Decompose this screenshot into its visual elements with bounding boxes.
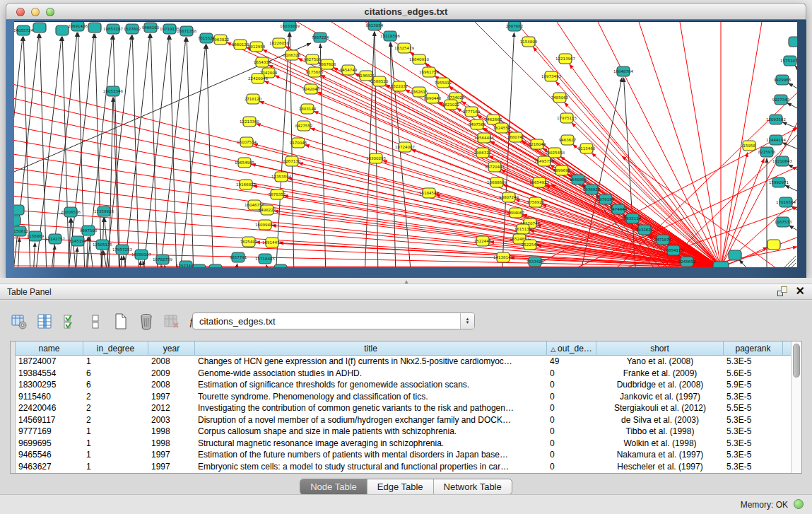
citation-edge-black[interactable] [782,122,797,129]
select-all-button[interactable] [61,313,79,331]
node-label: 9466160 [142,25,160,30]
canvas-resize-grip-icon[interactable] [788,259,796,267]
citation-edge-black[interactable] [789,83,797,90]
table-scrollbar[interactable] [791,341,801,473]
citation-edge-black[interactable] [785,185,797,192]
table-row[interactable]: 977716911998Corpus callosum shape and si… [16,426,791,438]
citation-edge-black[interactable] [235,264,237,267]
node-label: 9777169 [463,110,481,114]
node-label: 10654112 [664,248,683,252]
node-label: 8267130 [283,159,301,163]
node-label: 16958107 [131,252,151,257]
node-label: 1588520 [371,79,389,83]
node-label: 22420046 [248,76,268,81]
tab-edge-table[interactable]: Edge Table [367,479,434,494]
column-header-year[interactable]: year [148,341,195,355]
canvas-resize-grip-icon[interactable] [792,263,796,267]
node-label: 16914479 [262,240,282,245]
citing-node[interactable] [14,205,24,215]
citing-node[interactable] [209,264,222,267]
citing-node[interactable] [88,23,101,33]
select-column-button[interactable] [35,313,54,331]
node-label: 1167533 [775,220,792,224]
table-selector-dropdown[interactable]: citations_edges.txt ▲▼ [192,313,475,329]
citation-edge-red[interactable] [721,107,797,267]
node-label: 10688609 [487,180,507,185]
citation-edge-black[interactable] [33,243,35,267]
network-canvas[interactable]: 2405572420691406106532871527602946616010… [14,21,797,267]
table-cell: 1 [83,438,148,450]
table-cell: Jankovic et al. (1997) [596,391,724,403]
column-header-short[interactable]: short [596,341,724,355]
citing-node[interactable] [729,250,741,260]
column-header-name[interactable]: name [16,341,83,355]
column-header-title[interactable]: title [195,341,547,355]
tab-network-table[interactable]: Network Table [434,479,512,494]
table-cell: 5.3E-5 [724,356,783,368]
citing-node[interactable] [14,216,20,226]
citation-edge-black[interactable] [187,37,194,267]
table-cell: Investigating the contribution of common… [195,402,547,414]
network-window: citations_edges.txt 24055724206914061065… [6,3,806,278]
citation-edge-black[interactable] [76,247,77,267]
citing-node[interactable] [789,37,797,47]
node-label: 18300295 [366,156,386,160]
node-label: 1640954 [570,177,587,182]
tab-node-table[interactable]: Node Table [300,479,367,494]
citation-edge-red[interactable] [252,164,721,267]
table-cell: 0 [547,391,596,403]
table-row[interactable]: 911546021997Tourette syndrome. Phenomeno… [16,391,791,403]
table-row[interactable]: 946362711997Embryonic stem cells: a mode… [16,461,791,473]
table-cell: 0 [547,368,596,380]
panel-splitter[interactable]: ▲ [0,278,812,284]
cited-node[interactable] [767,240,780,250]
table-row[interactable]: 946554611997Estimation of the future num… [16,449,791,461]
node-label: 16671358 [177,29,196,33]
hub-node[interactable] [713,262,729,267]
citation-edge-black[interactable] [120,256,122,267]
dropdown-stepper-icon[interactable]: ▲▼ [460,313,474,329]
table-settings-button[interactable] [10,313,28,331]
node-label: 8186328 [283,53,301,57]
citation-edge-black[interactable] [18,238,20,267]
table-row[interactable]: 1830029562008Estimation of significance … [16,379,791,391]
citing-node[interactable] [33,23,46,33]
citation-edge-black[interactable] [62,37,69,267]
table-rows: 1872400712008Changes of HCN gene express… [16,356,791,472]
citation-edge-black[interactable] [795,66,797,71]
citation-edge-black[interactable] [789,226,797,232]
node-label: 8215938 [758,150,776,154]
table-row[interactable]: 969969511998Structural magnetic resonanc… [16,438,791,450]
new-document-button[interactable] [112,313,130,331]
node-label: 8938923 [583,187,601,192]
citation-edge-black[interactable] [105,35,131,267]
unselect-all-button[interactable] [86,313,105,331]
column-header-out_de[interactable]: △out_de… [547,341,596,355]
window-titlebar[interactable]: citations_edges.txt [6,3,806,20]
node-label: 2522448 [474,239,492,243]
citing-node[interactable] [193,264,206,267]
citation-edge-red[interactable] [721,22,763,267]
table-row[interactable]: 1938455462009Genome-wide association stu… [16,368,791,380]
node-label: 10973493 [541,74,561,78]
table-row[interactable]: 2242004622012Investigating the contribut… [16,402,791,414]
delete-trash-button[interactable] [137,313,155,331]
node-label: 9115460 [578,146,596,151]
node-label: 16099489 [255,223,275,227]
citing-node[interactable] [274,264,287,267]
scrollbar-thumb[interactable] [793,344,800,378]
node-label: 16210643 [772,159,792,163]
column-header-in_degree[interactable]: in_degree [83,341,148,355]
citation-network-graph[interactable]: 2405572420691406106532871527602946616010… [14,22,797,267]
column-header-pagerank[interactable]: pagerank [724,341,783,355]
citation-edge-red[interactable] [14,96,721,267]
close-panel-icon[interactable]: ✕ [796,286,805,296]
citing-node[interactable] [56,25,69,35]
table-row[interactable]: 1872400712008Changes of HCN gene express… [16,356,791,368]
float-panel-icon[interactable] [777,286,787,296]
citation-edge-black[interactable] [739,260,756,267]
citation-edge-black[interactable] [787,103,797,110]
node-label: 6734028 [447,95,465,100]
table-row[interactable]: 1456911722003Disruption of a novel membe… [16,414,791,426]
table-cell: 5.3E-5 [724,449,783,461]
